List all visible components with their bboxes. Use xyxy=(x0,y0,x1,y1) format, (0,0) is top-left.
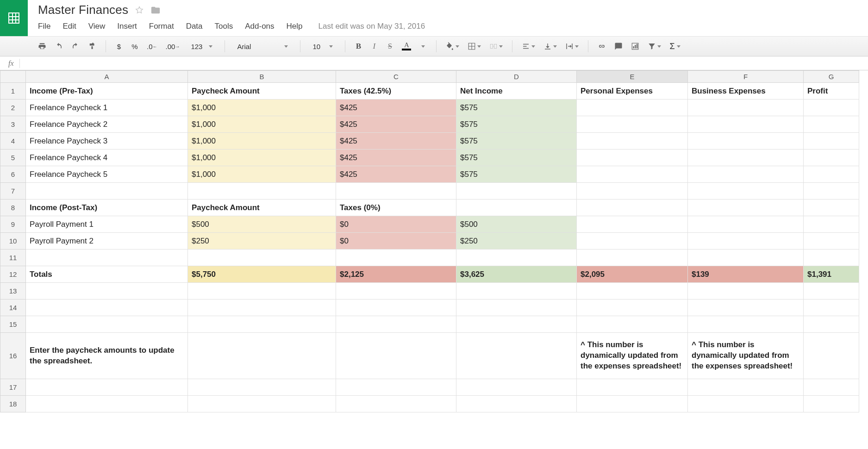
row-header[interactable]: 13 xyxy=(0,283,26,299)
paint-format-icon[interactable] xyxy=(86,40,98,53)
cell[interactable]: $3,625 xyxy=(456,266,577,283)
cell[interactable] xyxy=(456,299,577,316)
cell[interactable] xyxy=(804,150,859,166)
cell[interactable] xyxy=(26,379,188,396)
cell[interactable] xyxy=(688,166,804,183)
cell[interactable] xyxy=(804,166,859,183)
cell[interactable] xyxy=(188,316,336,333)
cell[interactable] xyxy=(577,299,688,316)
cell[interactable] xyxy=(577,183,688,200)
cell[interactable]: Freelance Paycheck 1 xyxy=(26,100,188,116)
more-formats[interactable]: 123 xyxy=(186,40,217,53)
cell[interactable]: Paycheck Amount xyxy=(188,200,336,216)
cell[interactable]: $425 xyxy=(336,133,456,150)
cell[interactable] xyxy=(336,316,456,333)
menu-addons[interactable]: Add-ons xyxy=(245,22,274,31)
cell[interactable] xyxy=(336,379,456,396)
undo-icon[interactable] xyxy=(53,40,65,53)
menu-data[interactable]: Data xyxy=(186,22,203,31)
cell[interactable] xyxy=(188,249,336,266)
cell[interactable]: Paycheck Amount xyxy=(188,83,336,100)
fill-color-icon[interactable] xyxy=(444,40,461,53)
cell[interactable] xyxy=(577,166,688,183)
row-header[interactable]: 16 xyxy=(0,333,26,379)
cell[interactable] xyxy=(26,316,188,333)
folder-icon[interactable] xyxy=(150,5,161,15)
format-currency[interactable]: $ xyxy=(113,40,125,53)
row-header[interactable]: 12 xyxy=(0,266,26,283)
cell[interactable]: Freelance Paycheck 3 xyxy=(26,133,188,150)
cell[interactable]: Taxes (42.5%) xyxy=(336,83,456,100)
sheets-logo[interactable] xyxy=(0,0,28,36)
cell[interactable]: $2,095 xyxy=(577,266,688,283)
text-color-button[interactable]: A xyxy=(400,40,413,53)
cell[interactable]: $425 xyxy=(336,116,456,133)
cell[interactable] xyxy=(688,249,804,266)
row-header[interactable]: 3 xyxy=(0,116,26,133)
cell[interactable] xyxy=(26,183,188,200)
cell[interactable] xyxy=(26,299,188,316)
cell[interactable] xyxy=(804,249,859,266)
cell[interactable]: $1,000 xyxy=(188,133,336,150)
cell[interactable]: Personal Expenses xyxy=(577,83,688,100)
cell[interactable] xyxy=(456,333,577,379)
row-header[interactable]: 17 xyxy=(0,379,26,396)
vertical-align-icon[interactable] xyxy=(542,40,559,53)
cell[interactable]: $1,000 xyxy=(188,116,336,133)
cell[interactable]: Freelance Paycheck 2 xyxy=(26,116,188,133)
cell[interactable] xyxy=(577,100,688,116)
cell[interactable] xyxy=(577,116,688,133)
cell[interactable]: $139 xyxy=(688,266,804,283)
cell[interactable] xyxy=(336,333,456,379)
menu-edit[interactable]: Edit xyxy=(62,22,76,31)
star-icon[interactable] xyxy=(135,6,144,15)
cell[interactable] xyxy=(804,299,859,316)
cell[interactable] xyxy=(688,116,804,133)
cell[interactable] xyxy=(804,316,859,333)
col-header-D[interactable]: D xyxy=(456,71,577,83)
row-header[interactable]: 9 xyxy=(0,216,26,233)
menu-file[interactable]: File xyxy=(38,22,50,31)
cell[interactable]: $575 xyxy=(456,150,577,166)
cell[interactable] xyxy=(577,216,688,233)
cell[interactable]: $250 xyxy=(188,233,336,249)
document-title[interactable]: Master Finances xyxy=(38,3,128,17)
cell[interactable] xyxy=(577,249,688,266)
cell[interactable]: Payroll Payment 1 xyxy=(26,216,188,233)
col-header-E[interactable]: E xyxy=(577,71,688,83)
cell[interactable] xyxy=(688,183,804,200)
cell[interactable]: $0 xyxy=(336,233,456,249)
cell[interactable]: $1,000 xyxy=(188,100,336,116)
cell[interactable] xyxy=(26,249,188,266)
cell[interactable]: $5,750 xyxy=(188,266,336,283)
cell[interactable] xyxy=(577,200,688,216)
cell[interactable] xyxy=(188,396,336,412)
row-header[interactable]: 15 xyxy=(0,316,26,333)
row-header[interactable]: 7 xyxy=(0,183,26,200)
cell[interactable] xyxy=(804,283,859,299)
cell[interactable]: Enter the paycheck amounts to update the… xyxy=(26,333,188,379)
cell[interactable] xyxy=(688,396,804,412)
print-icon[interactable] xyxy=(36,40,48,53)
formula-input[interactable] xyxy=(25,60,868,67)
cell[interactable]: Income (Pre-Tax) xyxy=(26,83,188,100)
cell[interactable]: $575 xyxy=(456,133,577,150)
cell[interactable]: $1,000 xyxy=(188,150,336,166)
cell[interactable] xyxy=(456,200,577,216)
filter-icon[interactable] xyxy=(646,40,663,53)
menu-view[interactable]: View xyxy=(88,22,106,31)
cell[interactable]: $425 xyxy=(336,100,456,116)
cell[interactable]: $575 xyxy=(456,166,577,183)
cell[interactable]: $250 xyxy=(456,233,577,249)
font-select[interactable]: Arial xyxy=(232,40,293,53)
cell[interactable] xyxy=(577,133,688,150)
borders-icon[interactable] xyxy=(466,40,483,53)
cell[interactable] xyxy=(804,200,859,216)
cell[interactable] xyxy=(456,283,577,299)
menu-help[interactable]: Help xyxy=(287,22,303,31)
cell[interactable] xyxy=(26,396,188,412)
menu-insert[interactable]: Insert xyxy=(117,22,137,31)
row-header[interactable]: 14 xyxy=(0,299,26,316)
increase-decimal[interactable]: .00→ xyxy=(164,40,182,53)
col-header-F[interactable]: F xyxy=(688,71,804,83)
